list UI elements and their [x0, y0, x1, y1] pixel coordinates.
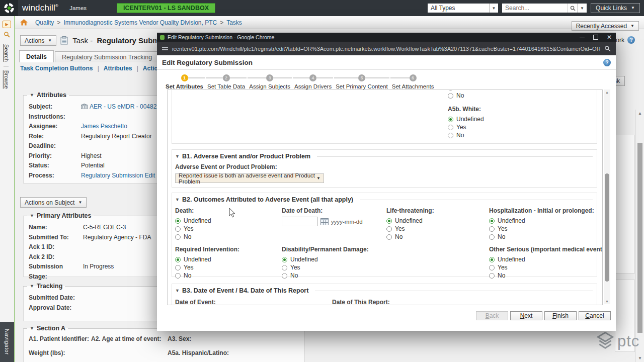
- url-bar[interactable]: icenterv01.ptc.com/Windchill/ptc1/regmst…: [157, 42, 616, 55]
- type-filter-select[interactable]: All Types ▼: [428, 4, 498, 13]
- scroll-up-icon[interactable]: ▲: [636, 111, 644, 116]
- window-title-bar[interactable]: Edit Regulatory Submission - Google Chro…: [157, 33, 616, 42]
- assignee-link[interactable]: James Paschetto: [81, 122, 127, 132]
- radio-button-icon[interactable]: [489, 265, 495, 270]
- home-icon[interactable]: [20, 19, 28, 26]
- radio-option-undefined[interactable]: Undefined: [489, 217, 603, 225]
- wizard-step-2[interactable]: 2Set Table Data: [206, 74, 247, 89]
- cancel-button[interactable]: Cancel: [579, 311, 611, 320]
- finish-button[interactable]: Finish: [544, 311, 577, 320]
- sidebar-search-icon[interactable]: [4, 31, 10, 38]
- search-icon[interactable]: [568, 4, 577, 13]
- scroll-down-icon[interactable]: ▼: [636, 356, 644, 360]
- minimize-icon[interactable]: —: [580, 35, 585, 40]
- help-icon[interactable]: ?: [603, 59, 611, 66]
- help-icon[interactable]: ?: [627, 36, 635, 44]
- navigator-strip[interactable]: Navigator: [0, 322, 14, 362]
- scroll-down-icon[interactable]: ▼: [604, 300, 610, 303]
- date-of-death-input[interactable]: [282, 217, 318, 226]
- scrollbar-thumb[interactable]: [637, 143, 642, 333]
- radio-option-no[interactable]: No: [175, 272, 282, 280]
- radio-option-no[interactable]: No: [175, 233, 282, 241]
- radio-button-icon[interactable]: [489, 218, 495, 224]
- dialog-scrollbar[interactable]: ▲ ▼: [604, 89, 610, 304]
- quick-links-button[interactable]: Quick Links ▼: [591, 3, 640, 13]
- radio-option-undefined[interactable]: Undefined: [282, 255, 386, 263]
- collapse-chevron-icon[interactable]: ▼: [175, 154, 180, 159]
- breadcrumb-link-division[interactable]: Immunodiagnostic Systems Vendor Quality …: [63, 19, 217, 26]
- sidebar-browse-link[interactable]: Browse: [4, 70, 10, 89]
- radio-option-undefined[interactable]: Undefined: [448, 115, 484, 123]
- radio-option-yes[interactable]: Yes: [386, 225, 489, 233]
- page-scrollbar[interactable]: ▲ ▼: [635, 110, 644, 362]
- radio-option-yes[interactable]: Yes: [448, 123, 484, 131]
- actions-on-subject-button[interactable]: Actions on Subject ▼: [20, 197, 87, 208]
- radio-button-icon[interactable]: [448, 133, 453, 138]
- breadcrumb-link-quality[interactable]: Quality: [35, 19, 54, 26]
- radio-option-no[interactable]: No: [448, 131, 484, 139]
- radio-option-no[interactable]: No: [489, 233, 603, 241]
- radio-button-icon[interactable]: [175, 218, 181, 224]
- collapse-chevron-icon[interactable]: ▼: [30, 213, 34, 218]
- wizard-step-1[interactable]: 1Set Attributes: [164, 74, 205, 89]
- radio-button-icon[interactable]: [448, 117, 453, 122]
- calendar-icon[interactable]: [320, 218, 329, 225]
- zoom-icon[interactable]: [604, 45, 611, 52]
- radio-option-yes[interactable]: Yes: [282, 263, 386, 272]
- sidebar-search-link[interactable]: Search: [4, 44, 10, 62]
- radio-button-icon[interactable]: [448, 125, 453, 130]
- recently-accessed-button[interactable]: Recently Accessed ▼: [572, 21, 639, 31]
- scroll-up-icon[interactable]: ▲: [604, 90, 610, 94]
- tab-regulatory-submission-tracking[interactable]: Regulatory Submission Tracking: [55, 51, 159, 62]
- actions-button[interactable]: Actions ▼: [20, 35, 56, 46]
- user-name[interactable]: James: [69, 5, 87, 11]
- radio-button-icon[interactable]: [489, 234, 495, 240]
- radio-button-icon[interactable]: [175, 273, 181, 279]
- expand-panel-icon[interactable]: ▶: [3, 21, 11, 28]
- wizard-step-5[interactable]: 5Set Primary Content: [334, 74, 389, 89]
- collapse-chevron-icon[interactable]: ▼: [175, 288, 180, 293]
- radio-button-icon[interactable]: [282, 265, 287, 270]
- tab-details[interactable]: Details: [19, 50, 54, 62]
- scrollbar-thumb[interactable]: [605, 173, 609, 282]
- link-attributes[interactable]: Attributes: [104, 65, 132, 72]
- collapse-chevron-icon[interactable]: ▼: [175, 197, 180, 202]
- radio-option-yes[interactable]: Yes: [175, 263, 282, 272]
- search-options-chevron-icon[interactable]: ▼: [577, 4, 587, 13]
- url-text[interactable]: icenterv01.ptc.com/Windchill/ptc1/regmst…: [172, 46, 600, 52]
- radio-option-yes[interactable]: Yes: [489, 225, 603, 233]
- radio-option-yes[interactable]: Yes: [489, 263, 603, 272]
- radio-button-icon[interactable]: [282, 273, 287, 279]
- search-input[interactable]: [502, 4, 568, 13]
- radio-button-icon[interactable]: [386, 226, 392, 232]
- radio-button-icon[interactable]: [489, 257, 495, 262]
- close-icon[interactable]: ✕: [607, 34, 612, 41]
- site-info-icon[interactable]: [162, 46, 168, 51]
- windchill-logo-icon[interactable]: [0, 0, 18, 16]
- radio-button-icon[interactable]: [386, 234, 392, 240]
- adverse-event-select[interactable]: Reported issue is both an adverse event …: [175, 173, 324, 183]
- radio-button-icon[interactable]: [282, 257, 287, 262]
- radio-option-no[interactable]: No: [386, 233, 489, 241]
- wizard-step-4[interactable]: 4Assign Drivers: [293, 74, 333, 89]
- radio-button-icon[interactable]: [175, 226, 181, 232]
- radio-button-icon[interactable]: [386, 218, 392, 224]
- radio-button-icon[interactable]: [175, 234, 181, 240]
- radio-option-yes[interactable]: Yes: [175, 225, 282, 233]
- radio-button-icon[interactable]: [489, 273, 495, 279]
- radio-button-icon[interactable]: [175, 265, 181, 270]
- radio-button-icon[interactable]: [448, 93, 453, 99]
- radio-option-no[interactable]: No: [489, 272, 603, 280]
- wizard-step-6[interactable]: 6Set Attachments: [390, 74, 436, 89]
- radio-button-icon[interactable]: [448, 89, 453, 90]
- radio-button-icon[interactable]: [489, 226, 495, 232]
- radio-option-undefined[interactable]: Undefined: [489, 255, 603, 263]
- collapse-chevron-icon[interactable]: ▼: [30, 326, 34, 331]
- link-task-completion-buttons[interactable]: Task Completion Buttons: [20, 65, 93, 72]
- chevron-down-icon[interactable]: ▼: [489, 4, 498, 13]
- radio-button-icon[interactable]: [175, 257, 181, 262]
- radio-option-undefined[interactable]: Undefined: [175, 255, 282, 263]
- wizard-step-3[interactable]: 3Assign Subjects: [248, 74, 292, 89]
- radio-option-no[interactable]: No: [448, 92, 466, 100]
- next-button[interactable]: Next: [510, 311, 542, 320]
